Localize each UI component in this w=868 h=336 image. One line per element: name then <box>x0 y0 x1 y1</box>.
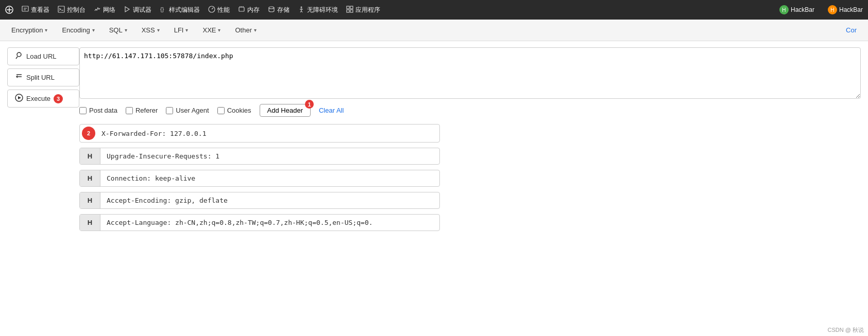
menu-lfi-label: LFI <box>174 26 184 34</box>
svg-line-11 <box>212 8 213 9</box>
user-agent-label: User Agent <box>176 107 209 114</box>
hackbar-orange-label: HackBar <box>839 6 863 13</box>
style-editor-label: 样式编辑器 <box>169 6 200 14</box>
svg-rect-22 <box>347 6 349 9</box>
console-item[interactable]: 控制台 <box>58 6 86 14</box>
viewer-label: 查看器 <box>31 6 49 14</box>
menu-other-label: Other <box>235 26 252 34</box>
menu-lfi[interactable]: LFI ▾ <box>168 23 195 37</box>
debugger-icon <box>124 6 131 14</box>
sql-dropdown-icon: ▾ <box>125 27 127 33</box>
referer-checkbox[interactable] <box>126 107 133 114</box>
post-data-checkbox-label[interactable]: Post data <box>79 107 117 114</box>
xss-dropdown-icon: ▾ <box>157 27 160 33</box>
header-h-prefix-accept-enc: H <box>80 192 100 208</box>
application-item[interactable]: 应用程序 <box>346 6 380 14</box>
browser-logo[interactable] <box>5 6 13 14</box>
network-icon <box>94 6 101 14</box>
menu-encryption-label: Encryption <box>11 26 43 34</box>
hackbar-orange-icon: H <box>828 5 837 14</box>
svg-rect-12 <box>239 7 244 11</box>
menu-xxe[interactable]: XXE ▾ <box>196 23 227 37</box>
header-row-connection-value: Connection: keep-alive <box>100 170 439 186</box>
header-h-prefix-connection: H <box>80 170 100 186</box>
svg-text:{}: {} <box>160 6 164 12</box>
memory-icon <box>238 6 245 14</box>
accessibility-label: 无障碍环境 <box>307 6 338 14</box>
execute-button[interactable]: Execute 3 <box>7 90 79 108</box>
referer-label: Referer <box>135 107 158 114</box>
svg-point-16 <box>269 7 274 9</box>
url-textarea[interactable]: http://61.147.171.105:57878/index.php <box>79 47 861 99</box>
network-item[interactable]: 网络 <box>94 6 115 14</box>
header-h-prefix-accept-lang: H <box>80 215 100 231</box>
console-icon <box>58 6 65 14</box>
header-row-accept-encoding-value: Accept-Encoding: gzip, deflate <box>100 192 439 208</box>
load-url-label: Load URL <box>26 52 57 60</box>
menu-sql[interactable]: SQL ▾ <box>103 23 133 37</box>
cookies-checkbox[interactable] <box>217 107 225 114</box>
memory-label: 内存 <box>247 6 260 14</box>
cookies-checkbox-label[interactable]: Cookies <box>217 107 251 114</box>
menu-cor-label: Cor <box>846 26 857 34</box>
menu-sql-label: SQL <box>109 26 123 34</box>
header-row-xforwarded: 2 X-Forwarded-For: 127.0.0.1 <box>79 124 440 143</box>
load-url-icon <box>15 51 23 61</box>
header-row-accept-language-value: Accept-Language: zh-CN,zh;q=0.8,zh-TW;q=… <box>100 215 439 231</box>
storage-item[interactable]: 存储 <box>268 6 290 14</box>
storage-icon <box>268 6 275 14</box>
referer-checkbox-label[interactable]: Referer <box>126 107 158 114</box>
post-data-checkbox[interactable] <box>79 107 87 114</box>
user-agent-checkbox[interactable] <box>166 107 173 114</box>
menu-xss[interactable]: XSS ▾ <box>135 23 166 37</box>
svg-line-21 <box>301 11 302 12</box>
performance-label: 性能 <box>217 6 230 14</box>
header-row-accept-language: H Accept-Language: zh-CN,zh;q=0.8,zh-TW;… <box>79 214 440 231</box>
application-icon <box>346 6 353 14</box>
lfi-dropdown-icon: ▾ <box>185 27 188 33</box>
menu-encryption[interactable]: Encryption ▾ <box>5 23 54 37</box>
execute-icon <box>15 94 23 103</box>
svg-marker-30 <box>18 96 21 99</box>
execute-badge: 3 <box>54 94 63 103</box>
memory-item[interactable]: 内存 <box>238 6 260 14</box>
execute-label: Execute <box>26 95 50 102</box>
hackbar-green-item[interactable]: H HackBar <box>779 5 814 14</box>
style-editor-item[interactable]: {} 样式编辑器 <box>160 6 200 14</box>
load-url-button[interactable]: Load URL <box>7 47 79 65</box>
xxe-dropdown-icon: ▾ <box>218 27 220 33</box>
viewer-item[interactable]: 查看器 <box>22 6 49 14</box>
viewer-icon <box>22 6 29 14</box>
header-row-connection: H Connection: keep-alive <box>79 170 440 187</box>
post-data-label: Post data <box>89 107 117 114</box>
header-row-upgrade: H Upgrade-Insecure-Requests: 1 <box>79 148 440 165</box>
add-header-badge: 1 <box>305 100 314 109</box>
add-header-button[interactable]: Add Header 1 <box>260 104 311 117</box>
browser-toolbar: 查看器 控制台 网络 调试器 {} 样式编辑器 性能 内存 <box>0 0 868 20</box>
storage-label: 存储 <box>277 6 290 14</box>
clear-all-button[interactable]: Clear All <box>319 107 344 114</box>
browser-logo-icon <box>5 6 13 14</box>
menu-encoding-label: Encoding <box>62 26 90 34</box>
svg-rect-24 <box>347 10 349 12</box>
header-row-2-value: X-Forwarded-For: 127.0.0.1 <box>99 128 437 139</box>
accessibility-icon <box>298 6 305 14</box>
encoding-dropdown-icon: ▾ <box>92 27 95 33</box>
menu-cor[interactable]: Cor <box>840 23 863 37</box>
split-url-button[interactable]: Split URL <box>7 68 79 86</box>
svg-point-17 <box>301 6 302 8</box>
svg-marker-8 <box>125 7 129 12</box>
hackbar-orange-item[interactable]: H HackBar <box>828 5 863 14</box>
menu-xxe-label: XXE <box>202 26 216 34</box>
accessibility-item[interactable]: 无障碍环境 <box>298 6 338 14</box>
right-content: http://61.147.171.105:57878/index.php Po… <box>79 47 861 231</box>
svg-rect-23 <box>350 6 353 9</box>
header-row-2-badge: 2 <box>82 127 95 140</box>
split-url-label: Split URL <box>26 74 55 81</box>
menu-encoding[interactable]: Encoding ▾ <box>56 23 100 37</box>
performance-item[interactable]: 性能 <box>208 6 230 14</box>
debugger-item[interactable]: 调试器 <box>124 6 151 14</box>
menu-other[interactable]: Other ▾ <box>229 23 263 37</box>
user-agent-checkbox-label[interactable]: User Agent <box>166 107 209 114</box>
clear-all-label: Clear All <box>319 107 344 114</box>
